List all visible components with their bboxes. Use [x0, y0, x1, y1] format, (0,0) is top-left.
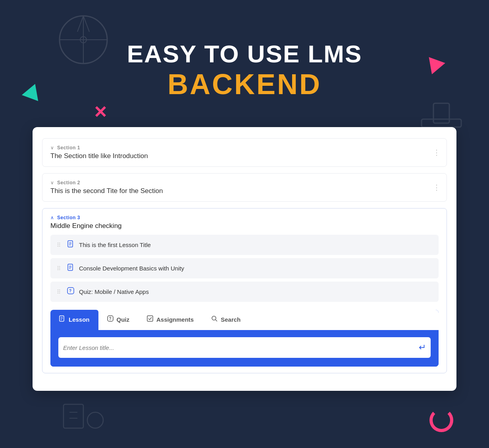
section-2-header: ∨ Section 2 — [50, 180, 439, 185]
deco-arc — [429, 408, 453, 432]
section-2-dots[interactable]: ⋮ — [433, 183, 440, 192]
section-row-1: ∨ Section 1 The Section title like Intro… — [42, 138, 447, 167]
svg-text:?: ? — [109, 317, 111, 321]
hero-title-line1: EASY TO USE LMS — [0, 40, 489, 68]
svg-rect-29 — [147, 316, 153, 321]
deco-bottom-left-icon — [60, 396, 107, 436]
tab-content-lesson: ↵ — [50, 330, 439, 367]
section-1-label: Section 1 — [57, 145, 80, 151]
lesson-title-input[interactable] — [63, 344, 419, 351]
section-3-title: Middle Engine checking — [50, 222, 439, 230]
lesson-doc-icon-2 — [67, 264, 74, 273]
tabs-header: Lesson ? Quiz Assignments — [50, 310, 439, 330]
quiz-icon-1: ? — [67, 287, 74, 296]
section-row-2: ∨ Section 2 This is the second Tite for … — [42, 173, 447, 202]
lesson-input-row: ↵ — [58, 337, 431, 358]
tab-lesson[interactable]: Lesson — [50, 310, 98, 330]
svg-point-12 — [87, 412, 103, 428]
section-1-chevron[interactable]: ∨ — [50, 145, 54, 151]
drag-handle-1[interactable]: ⠿ — [57, 242, 61, 248]
drag-handle-2[interactable]: ⠿ — [57, 265, 61, 272]
svg-line-31 — [216, 320, 217, 321]
section-2-label: Section 2 — [57, 180, 80, 185]
tab-lesson-icon — [59, 315, 65, 323]
section-2-title: This is the second Tite for the Section — [50, 187, 439, 195]
section-1-title: The Section title like Introduction — [50, 152, 439, 160]
drag-handle-3[interactable]: ⠿ — [57, 289, 61, 295]
quiz-item-1: ⠿ ? Quiz: Mobile / Native Apps — [50, 282, 439, 302]
tab-search-label: Search — [221, 316, 241, 323]
hero-title-line2: BACKEND — [0, 68, 489, 100]
deco-cross: ✕ — [93, 102, 107, 122]
tab-quiz[interactable]: ? Quiz — [98, 310, 139, 330]
enter-button[interactable]: ↵ — [419, 342, 426, 353]
tab-assignments[interactable]: Assignments — [138, 310, 202, 330]
tab-quiz-label: Quiz — [117, 316, 130, 323]
section-row-3: ∧ Section 3 Middle Engine checking 🗑 ⋮ ⠿… — [42, 208, 447, 373]
tab-quiz-icon: ? — [107, 315, 114, 323]
tab-search[interactable]: Search — [202, 310, 249, 330]
lesson-item-2: ⠿ Console Development Basics with Unity — [50, 258, 439, 278]
section-3-chevron[interactable]: ∧ — [50, 215, 54, 220]
hero-section: EASY TO USE LMS BACKEND — [0, 0, 489, 100]
lessons-list: ⠿ This is the first Lesson Title ⠿ Conso… — [50, 235, 439, 302]
svg-rect-7 — [433, 103, 449, 123]
section-3-label: Section 3 — [57, 215, 80, 220]
section-1-dots[interactable]: ⋮ — [433, 148, 440, 157]
main-card: ∨ Section 1 The Section title like Intro… — [33, 127, 456, 391]
tabs-area: Lesson ? Quiz Assignments — [50, 310, 439, 367]
tab-assignments-label: Assignments — [156, 316, 194, 323]
section-1-header: ∨ Section 1 — [50, 145, 439, 151]
quiz-title-1: Quiz: Mobile / Native Apps — [79, 288, 149, 295]
section-3-header: ∧ Section 3 — [50, 215, 439, 220]
lesson-title-1: This is the first Lesson Title — [79, 241, 151, 248]
svg-point-30 — [212, 316, 216, 320]
svg-rect-9 — [64, 404, 83, 428]
tab-search-icon — [211, 315, 218, 323]
lesson-item-1: ⠿ This is the first Lesson Title — [50, 235, 439, 255]
tab-lesson-label: Lesson — [69, 316, 90, 323]
lesson-doc-icon-1 — [67, 240, 74, 249]
tab-assignments-icon — [147, 315, 153, 323]
svg-text:?: ? — [69, 289, 71, 293]
lesson-title-2: Console Development Basics with Unity — [79, 265, 184, 272]
section-2-chevron[interactable]: ∨ — [50, 180, 54, 185]
